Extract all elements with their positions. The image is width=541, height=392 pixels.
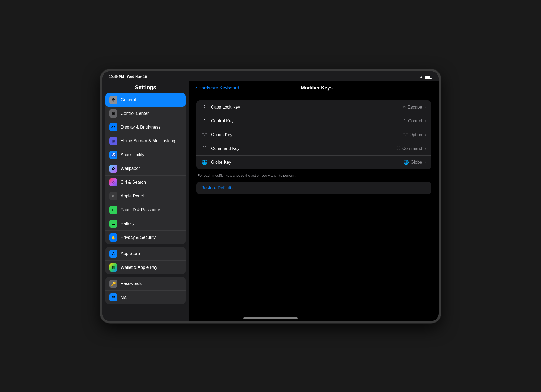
display-icon: AA xyxy=(109,123,117,131)
chevron-right-icon: › xyxy=(425,160,426,165)
battery-sidebar-icon: ▬ xyxy=(109,220,117,228)
modifier-right: ⌘ Command › xyxy=(396,146,426,151)
sidebar-item-accessibility[interactable]: ♿ Accessibility xyxy=(105,148,186,162)
sidebar-item-label: Wallet & Apple Pay xyxy=(121,265,157,270)
chevron-right-icon: › xyxy=(425,105,426,110)
sidebar-item-privacy[interactable]: ✋ Privacy & Security xyxy=(105,231,186,244)
sidebar-item-label: General xyxy=(121,98,136,102)
sidebar-item-label: Privacy & Security xyxy=(121,235,156,240)
right-panel: ‹ Hardware Keyboard Modifier Keys ⇪ Caps xyxy=(189,81,439,321)
command-label: Command Key xyxy=(211,146,240,151)
modifier-row-control[interactable]: ⌃ Control Key ⌃ Control › xyxy=(196,114,431,128)
sidebar-item-label: Home Screen & Multitasking xyxy=(121,139,175,143)
chevron-right-icon: › xyxy=(425,132,426,137)
modifier-left: 🌐 Globe Key xyxy=(201,159,231,165)
escape-symbol: ↺ xyxy=(403,105,406,110)
sidebar-item-wallet[interactable]: ▤ Wallet & Apple Pay xyxy=(105,261,186,274)
home-indicator xyxy=(243,317,298,319)
globe-value: Globe xyxy=(411,160,422,165)
sidebar-item-app-store[interactable]: A App Store xyxy=(105,247,186,261)
modifier-keys-section: ⇪ Caps Lock Key ↺ Escape › ⌃ C xyxy=(196,100,431,169)
passwords-icon: 🔑 xyxy=(109,280,117,288)
caps-lock-symbol: ⇪ xyxy=(201,104,208,110)
wallpaper-icon: ✿ xyxy=(109,165,117,173)
ipad-frame: 10:49 PM Wed Nov 16 ▲ Settings ⚙ General xyxy=(100,69,441,323)
back-button[interactable]: ‹ Hardware Keyboard xyxy=(195,85,239,91)
general-icon: ⚙ xyxy=(109,96,117,104)
date-display: Wed Nov 16 xyxy=(127,75,147,79)
sidebar-item-siri[interactable]: ◌ Siri & Search xyxy=(105,176,186,189)
modifier-row-caps-lock[interactable]: ⇪ Caps Lock Key ↺ Escape › xyxy=(196,100,431,114)
sidebar-item-display[interactable]: AA Display & Brightness xyxy=(105,120,186,134)
app-store-icon: A xyxy=(109,250,117,258)
sidebar-item-apple-pencil[interactable]: ✏ Apple Pencil xyxy=(105,189,186,203)
globe-value-symbol: 🌐 xyxy=(404,160,409,165)
sidebar-item-label: Apple Pencil xyxy=(121,194,145,199)
option-value-symbol: ⌥ xyxy=(403,132,408,137)
modifier-right: ⌃ Control › xyxy=(403,118,426,123)
modifier-right: ↺ Escape › xyxy=(403,105,426,110)
sidebar-item-general[interactable]: ⚙ General xyxy=(105,93,186,107)
sidebar-item-mail[interactable]: ✉ Mail xyxy=(105,291,186,304)
modifier-left: ⌥ Option Key xyxy=(201,132,232,138)
main-content: Settings ⚙ General ⊞ Control Center AA D… xyxy=(102,81,439,321)
sidebar-item-label: Accessibility xyxy=(121,152,144,157)
nav-title: Modifier Keys xyxy=(239,85,394,91)
panel-content: ⇪ Caps Lock Key ↺ Escape › ⌃ C xyxy=(189,95,439,321)
globe-symbol: 🌐 xyxy=(201,159,208,165)
sidebar-section-2: A App Store ▤ Wallet & Apple Pay xyxy=(105,247,186,274)
sidebar-title: Settings xyxy=(102,81,189,93)
control-symbol: ⌃ xyxy=(201,118,208,124)
sidebar-item-label: App Store xyxy=(121,251,140,256)
homescreen-icon: ⊞ xyxy=(109,137,117,145)
control-value: Control xyxy=(408,119,422,123)
command-symbol: ⌘ xyxy=(201,146,208,152)
sidebar: Settings ⚙ General ⊞ Control Center AA D… xyxy=(102,81,189,321)
sidebar-item-label: Control Center xyxy=(121,111,149,116)
command-value: Command xyxy=(402,146,422,151)
sidebar-item-label: Mail xyxy=(121,295,128,300)
wallet-icon: ▤ xyxy=(109,263,117,272)
restore-defaults-section: Restore Defaults xyxy=(196,182,431,194)
command-value-symbol: ⌘ xyxy=(396,146,401,151)
status-time: 10:49 PM Wed Nov 16 xyxy=(109,75,147,79)
sidebar-item-battery[interactable]: ▬ Battery xyxy=(105,217,186,231)
wifi-icon: ▲ xyxy=(419,75,423,79)
sidebar-item-wallpaper[interactable]: ✿ Wallpaper xyxy=(105,162,186,176)
chevron-right-icon: › xyxy=(425,119,426,123)
status-bar: 10:49 PM Wed Nov 16 ▲ xyxy=(102,71,439,81)
mail-icon: ✉ xyxy=(109,293,117,301)
modifier-row-option[interactable]: ⌥ Option Key ⌥ Option › xyxy=(196,128,431,142)
modifier-row-command[interactable]: ⌘ Command Key ⌘ Command › xyxy=(196,142,431,156)
modifier-left: ⌘ Command Key xyxy=(201,146,240,152)
modifier-left: ⇪ Caps Lock Key xyxy=(201,104,240,110)
option-symbol: ⌥ xyxy=(201,132,208,138)
face-id-icon: ◻ xyxy=(109,206,117,214)
sidebar-item-homescreen[interactable]: ⊞ Home Screen & Multitasking xyxy=(105,134,186,148)
status-icons: ▲ xyxy=(419,75,432,79)
sidebar-item-face-id[interactable]: ◻ Face ID & Passcode xyxy=(105,203,186,217)
restore-label: Restore Defaults xyxy=(201,186,233,190)
sidebar-item-label: Passwords xyxy=(121,281,142,286)
back-chevron-icon: ‹ xyxy=(195,85,197,91)
nav-bar: ‹ Hardware Keyboard Modifier Keys xyxy=(189,81,439,95)
modifier-row-globe[interactable]: 🌐 Globe Key 🌐 Globe › xyxy=(196,156,431,169)
restore-defaults-button[interactable]: Restore Defaults xyxy=(196,182,431,194)
option-value: Option xyxy=(410,132,422,137)
apple-pencil-icon: ✏ xyxy=(109,192,117,200)
siri-icon: ◌ xyxy=(109,178,117,186)
accessibility-icon: ♿ xyxy=(109,151,117,159)
caps-lock-label: Caps Lock Key xyxy=(211,105,240,110)
battery-icon xyxy=(425,75,432,79)
modifier-right: 🌐 Globe › xyxy=(404,160,426,165)
chevron-right-icon: › xyxy=(425,146,426,151)
sidebar-item-passwords[interactable]: 🔑 Passwords xyxy=(105,277,186,291)
sidebar-item-label: Battery xyxy=(121,221,134,226)
control-value-symbol: ⌃ xyxy=(403,118,407,123)
sidebar-item-control-center[interactable]: ⊞ Control Center xyxy=(105,107,186,120)
control-center-icon: ⊞ xyxy=(109,109,117,118)
privacy-icon: ✋ xyxy=(109,233,117,242)
globe-label: Globe Key xyxy=(211,160,231,165)
back-label: Hardware Keyboard xyxy=(198,85,239,91)
modifier-right: ⌥ Option › xyxy=(403,132,426,137)
